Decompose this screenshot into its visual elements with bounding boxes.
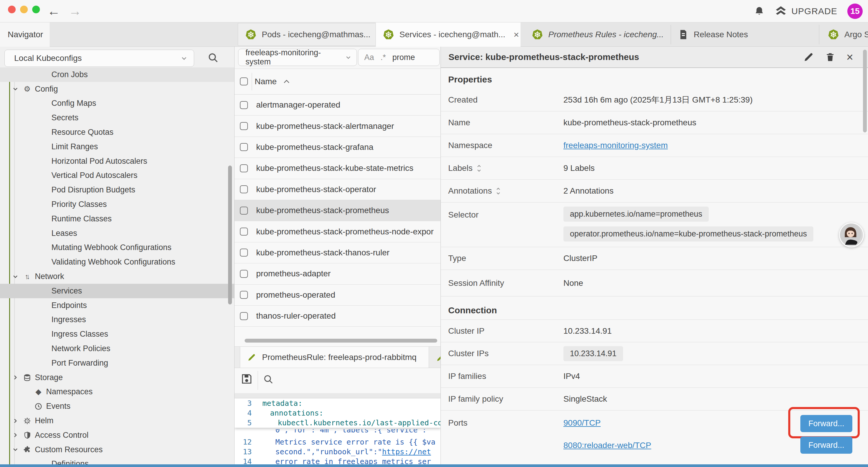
select-all-checkbox[interactable] <box>240 78 248 85</box>
sort-updown-icon[interactable] <box>477 164 481 172</box>
sidebar-tree-item[interactable]: Secrets <box>0 111 235 125</box>
forward-arrow-icon[interactable]: → <box>68 4 82 18</box>
sidebar-scrollbar[interactable] <box>228 166 232 304</box>
row-checkbox[interactable] <box>240 185 248 193</box>
back-arrow-icon[interactable]: ← <box>47 4 60 18</box>
table-row[interactable]: kube-prometheus-stack-prometheus-node-ex… <box>235 221 441 242</box>
trash-icon[interactable] <box>825 52 835 62</box>
notification-count-badge[interactable]: 15 <box>847 4 863 19</box>
sort-updown-icon[interactable] <box>496 187 500 195</box>
match-case-icon[interactable]: Aa <box>364 53 374 62</box>
tab-release-notes[interactable]: Release Notes <box>671 23 818 47</box>
runbook-url-link[interactable]: https://net <box>382 447 431 456</box>
table-row[interactable]: kube-prometheus-stack-prometheus <box>235 200 441 221</box>
sidebar-tree-item[interactable]: Network Policies <box>0 341 235 356</box>
table-row[interactable]: kube-prometheus-stack-kube-state-metrics <box>235 158 441 179</box>
row-checkbox[interactable] <box>240 249 248 257</box>
namespace-select[interactable]: freeleaps-monitoring-system <box>238 49 357 66</box>
editor-search-icon[interactable] <box>263 374 274 384</box>
sidebar-tree-item[interactable]: Events <box>0 399 235 413</box>
horizontal-scrollbar[interactable] <box>245 339 437 343</box>
row-checkbox[interactable] <box>240 143 248 151</box>
table-row[interactable]: thanos-ruler-operated <box>235 305 441 327</box>
navigator-panel-tab[interactable]: Navigator <box>0 23 50 47</box>
yaml-editor[interactable]: 3metadata: 4annotations: 5kubectl.kubern… <box>235 399 441 467</box>
close-tab-icon[interactable]: × <box>514 29 519 40</box>
sidebar-tree-item[interactable]: Port Forwarding <box>0 356 235 370</box>
user-avatar[interactable] <box>839 223 864 247</box>
sidebar-tree-item[interactable]: Validating Webhook Configurations <box>0 255 235 269</box>
name-column-header[interactable]: Name <box>255 68 290 95</box>
shield-icon <box>23 432 31 439</box>
forward-port-button[interactable]: Forward... <box>800 415 852 432</box>
maximize-traffic-light[interactable] <box>32 6 40 13</box>
sidebar-tree-item[interactable]: Helm <box>0 413 235 428</box>
kubeconfig-select[interactable]: Local Kubeconfigs <box>4 50 194 67</box>
sidebar-tree-item[interactable]: Ingresses <box>0 313 235 327</box>
sidebar-tree-item[interactable]: Leases <box>0 226 235 241</box>
sidebar-tree-item[interactable]: Ingress Classes <box>0 327 235 341</box>
table-row[interactable]: prometheus-adapter <box>235 263 441 284</box>
chev-right-icon <box>11 432 20 439</box>
sidebar-tree-item[interactable]: Services <box>0 284 235 298</box>
close-icon[interactable]: × <box>846 51 853 64</box>
minimize-traffic-light[interactable] <box>20 6 28 13</box>
tab-services[interactable]: Services - icecheng@math... × <box>376 23 521 47</box>
regex-icon[interactable]: .* <box>380 53 386 62</box>
tab-pods[interactable]: Pods - icecheng@mathmas... <box>238 23 376 46</box>
sidebar-tree-item[interactable]: Horizontal Pod Autoscalers <box>0 154 235 169</box>
sidebar-tree-item[interactable]: ↑↓ Network <box>0 269 235 284</box>
table-row[interactable]: kube-prometheus-stack-alertmanager <box>235 116 441 137</box>
service-detail-panel: Service: kube-prometheus-stack-prometheu… <box>441 47 868 467</box>
tab-argo[interactable]: Argo Se <box>821 23 868 47</box>
pencil-icon[interactable] <box>436 353 441 362</box>
row-checkbox[interactable] <box>240 122 248 130</box>
table-row[interactable]: kube-prometheus-stack-operator <box>235 179 441 200</box>
edit-pencil-icon[interactable] <box>803 52 814 62</box>
forward-port-button[interactable]: Forward... <box>800 437 852 454</box>
sort-ascending-icon <box>283 80 290 84</box>
editor-toolbar <box>235 368 441 393</box>
row-checkbox[interactable] <box>240 101 248 109</box>
sidebar-tree-item[interactable]: Config Maps <box>0 96 235 111</box>
sidebar-tree-item[interactable]: Priority Classes <box>0 197 235 212</box>
sidebar-tree-item[interactable]: Limit Ranges <box>0 140 235 154</box>
sidebar-tree-item[interactable]: ◆ Namespaces <box>0 385 235 399</box>
sidebar-tree-item[interactable]: Vertical Pod Autoscalers <box>0 169 235 183</box>
upgrade-button[interactable]: UPGRADE <box>775 6 837 16</box>
namespace-link[interactable]: freeleaps-monitoring-system <box>563 141 668 150</box>
row-checkbox[interactable] <box>240 312 248 320</box>
search-icon[interactable] <box>208 52 219 63</box>
port-link-8080[interactable]: 8080:reloader-web/TCP <box>563 441 651 450</box>
sidebar-tree-item[interactable]: Endpoints <box>0 298 235 313</box>
table-row[interactable]: prometheus-operated <box>235 285 441 305</box>
save-icon[interactable] <box>241 373 252 384</box>
sidebar-tree-item[interactable]: ⚙ Config <box>0 82 235 96</box>
sidebar-tree-item[interactable]: Cron Jobs <box>0 67 235 82</box>
sidebar-tree-item[interactable]: Mutating Webhook Configurations <box>0 241 235 255</box>
sidebar-tree-item[interactable]: Resource Quotas <box>0 125 235 140</box>
sidebar-tree-item[interactable]: Storage <box>0 370 235 385</box>
sidebar-tree-item[interactable]: Pod Disruption Budgets <box>0 183 235 197</box>
table-row[interactable]: kube-prometheus-stack-thanos-ruler <box>235 242 441 263</box>
editor-tab-prometheusrule[interactable]: PrometheusRule: freeleaps-prod-rabbitmq <box>240 347 429 368</box>
bell-icon[interactable] <box>754 6 765 17</box>
sidebar-tree-item[interactable]: Custom Resources <box>0 442 235 457</box>
chev-down-icon <box>11 446 20 453</box>
row-checkbox[interactable] <box>240 207 248 214</box>
row-checkbox[interactable] <box>240 270 248 278</box>
bottom-accent-bar <box>0 464 868 467</box>
close-traffic-light[interactable] <box>8 6 16 13</box>
row-checkbox[interactable] <box>240 164 248 172</box>
table-row[interactable]: kube-prometheus-stack-grafana <box>235 137 441 158</box>
port-link-9090[interactable]: 9090/TCP <box>563 418 651 428</box>
sidebar-tree-item[interactable]: Access Control <box>0 428 235 442</box>
table-search-input[interactable]: Aa .* prome <box>358 49 440 66</box>
sidebar-tree-item[interactable]: Runtime Classes <box>0 212 235 226</box>
row-checkbox[interactable] <box>240 291 248 299</box>
tab-prometheus-rules[interactable]: Prometheus Rules - icecheng... <box>525 23 671 47</box>
kubernetes-icon <box>828 29 839 40</box>
table-row[interactable]: alertmanager-operated <box>235 95 441 116</box>
row-checkbox[interactable] <box>240 228 248 236</box>
detail-scrollbar[interactable] <box>863 50 867 133</box>
